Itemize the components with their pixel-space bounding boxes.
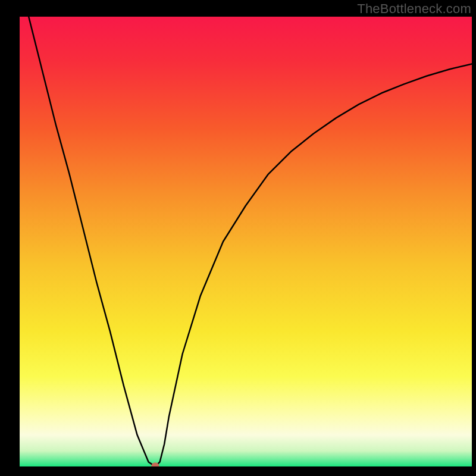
chart-frame: TheBottleneck.com [0,0,476,476]
watermark-text: TheBottleneck.com [357,1,471,17]
bottleneck-chart [20,17,472,466]
